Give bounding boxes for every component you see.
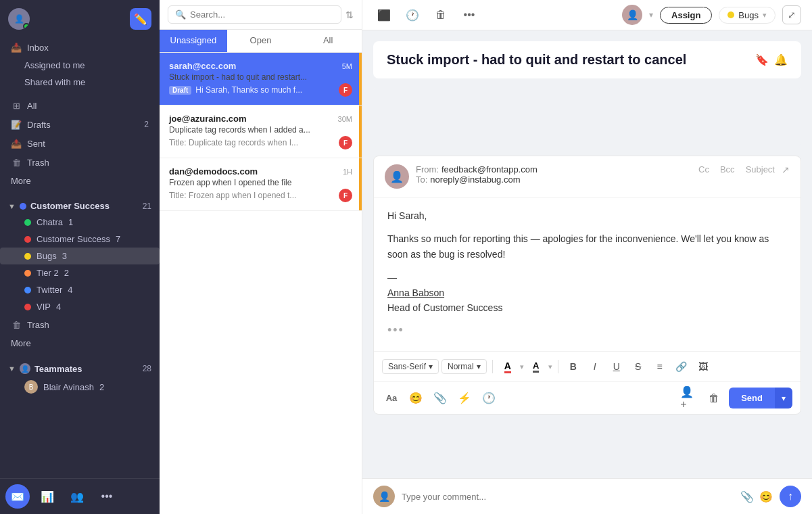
- filter-icon[interactable]: ⇅: [345, 9, 354, 20]
- tab-open[interactable]: Open: [227, 30, 295, 52]
- highlight-color-button[interactable]: A: [527, 357, 546, 376]
- sidebar-item-cs-trash[interactable]: 🗑 Trash: [0, 315, 160, 334]
- mention-icon[interactable]: 🔔: [774, 53, 788, 66]
- bugs-chevron-icon: ▾: [763, 11, 767, 20]
- strikethrough-button[interactable]: S: [629, 357, 648, 376]
- active-bar: [359, 53, 362, 105]
- drafts-icon: 📝: [11, 119, 22, 130]
- divider: [492, 360, 493, 373]
- msg-preview: Title: Frozen app when I opened t...: [169, 191, 335, 200]
- cs-item-dot: [24, 236, 31, 243]
- comment-bar: 👤 📎 😊 ↑: [362, 478, 812, 514]
- assignee-avatar[interactable]: 👤: [622, 5, 642, 25]
- email-subject-bar: Stuck import - had to quit and restart t…: [373, 41, 801, 78]
- comment-attach-icon[interactable]: 📎: [740, 490, 754, 503]
- msg-time: 30M: [338, 115, 352, 123]
- tab-unassigned[interactable]: Unassigned: [160, 30, 227, 52]
- user-avatar[interactable]: 👤: [8, 8, 30, 30]
- email-ellipsis[interactable]: •••: [387, 321, 787, 340]
- color-chevron[interactable]: ▾: [520, 363, 524, 371]
- sidebar-item-more[interactable]: More: [0, 172, 160, 190]
- font-size-select[interactable]: Normal ▾: [441, 359, 487, 374]
- sidebar-item-all[interactable]: ⊞ All: [0, 96, 160, 115]
- analytics-btn[interactable]: 📊: [35, 484, 59, 509]
- sidebar-item-bugs[interactable]: Bugs 3: [0, 248, 160, 264]
- font-size-action-icon[interactable]: Aa: [382, 389, 401, 408]
- bugs-button[interactable]: Bugs ▾: [719, 7, 775, 24]
- sidebar-item-shared-with-me[interactable]: Shared with me: [0, 74, 160, 91]
- email-subject: Stuck import - had to quit and restart t…: [387, 52, 748, 68]
- assignee-chevron[interactable]: ▾: [649, 10, 653, 20]
- subject-button[interactable]: Subject: [746, 164, 775, 174]
- external-link-icon[interactable]: ↗: [782, 164, 790, 175]
- more-bottom-btn[interactable]: •••: [95, 484, 119, 509]
- list-button[interactable]: ≡: [650, 357, 669, 376]
- add-assignee-icon[interactable]: 👤+: [680, 389, 699, 408]
- search-bar[interactable]: 🔍: [168, 5, 341, 24]
- expand-icon[interactable]: ⤢: [782, 5, 801, 24]
- tab-all[interactable]: All: [294, 30, 362, 52]
- sidebar-item-cs-more[interactable]: More: [0, 334, 160, 352]
- sidebar-item-customer-success[interactable]: Customer Success 7: [0, 231, 160, 248]
- text-color-button[interactable]: A: [498, 357, 517, 376]
- from-field: From: feedback@frontapp.com: [416, 164, 692, 174]
- sidebar-item-tier2[interactable]: Tier 2 2: [0, 264, 160, 281]
- template-icon[interactable]: ⚡: [455, 389, 474, 408]
- sidebar-item-sent[interactable]: 📤 Sent: [0, 134, 160, 153]
- bugs-dot: [24, 253, 31, 260]
- comment-emoji-icon[interactable]: 😊: [759, 490, 773, 503]
- compose-avatar: 👤: [385, 164, 409, 189]
- online-indicator: [23, 23, 30, 30]
- assign-button[interactable]: Assign: [660, 7, 712, 24]
- delete-icon[interactable]: 🗑: [430, 4, 452, 26]
- teammates-icon: 👤: [20, 363, 30, 374]
- cc-button[interactable]: Cc: [698, 164, 709, 174]
- search-input[interactable]: [190, 9, 334, 20]
- schedule-icon[interactable]: 🕐: [479, 389, 498, 408]
- sidebar-item-twitter[interactable]: Twitter 4: [0, 281, 160, 298]
- emoji-icon[interactable]: 😊: [406, 389, 425, 408]
- bcc-button[interactable]: Bcc: [720, 164, 735, 174]
- sidebar-item-drafts[interactable]: 📝 Drafts 2: [0, 115, 160, 134]
- underline-button[interactable]: U: [607, 357, 626, 376]
- highlight-chevron[interactable]: ▾: [548, 363, 552, 371]
- compose-button[interactable]: ✏️: [130, 8, 151, 30]
- bookmark-icon[interactable]: 🔖: [755, 53, 769, 66]
- teammates-section: ▼ 👤 Teammates 28 B Blair Avinash 2: [0, 355, 160, 400]
- sidebar-item-blair[interactable]: B Blair Avinash 2: [0, 377, 160, 397]
- main-toolbar: ⬛ 🕐 🗑 ••• 👤 ▾ Assign Bugs ▾ ⤢: [362, 0, 812, 30]
- delete-action-icon[interactable]: 🗑: [704, 389, 723, 408]
- sidebar-item-inbox[interactable]: 📥 Inbox: [0, 38, 160, 57]
- compose-toolbar-icon[interactable]: ⬛: [373, 4, 395, 26]
- sidebar-item-vip[interactable]: VIP 4: [0, 298, 160, 315]
- compose-fields: From: feedback@frontapp.com To: noreply@…: [416, 164, 692, 185]
- message-item[interactable]: joe@azurainc.com 30M Duplicate tag recor…: [160, 106, 362, 158]
- contacts-btn[interactable]: 👥: [65, 484, 89, 509]
- font-family-select[interactable]: Sans-Serif ▾: [382, 359, 439, 374]
- italic-button[interactable]: I: [586, 357, 604, 376]
- inbox-bottom-btn[interactable]: ✉️: [5, 484, 30, 509]
- sidebar-item-assigned-to-me[interactable]: Assigned to me: [0, 57, 160, 74]
- link-button[interactable]: 🔗: [672, 357, 691, 376]
- comment-input[interactable]: [402, 492, 734, 502]
- clock-icon[interactable]: 🕐: [402, 4, 423, 26]
- comment-send-button[interactable]: ↑: [780, 486, 801, 507]
- more-icon[interactable]: •••: [458, 4, 480, 26]
- message-item[interactable]: dan@demodocs.com 1H Frozen app when I op…: [160, 158, 362, 211]
- sidebar-item-trash[interactable]: 🗑 Trash: [0, 153, 160, 172]
- send-dropdown-button[interactable]: ▾: [775, 388, 792, 408]
- teammates-header[interactable]: ▼ 👤 Teammates 28: [0, 358, 160, 377]
- customer-success-header[interactable]: ▼ Customer Success 21: [0, 195, 160, 214]
- send-button[interactable]: Send: [729, 388, 775, 408]
- msg-subject: Frozen app when I opened the file: [169, 178, 352, 187]
- message-item[interactable]: sarah@ccc.com 5M Stuck import - had to q…: [160, 53, 362, 106]
- attachment-icon[interactable]: 📎: [431, 389, 450, 408]
- twitter-dot: [24, 287, 31, 294]
- msg-preview: Hi Sarah, Thanks so much f...: [195, 85, 335, 95]
- email-greeting: Hi Sarah,: [387, 208, 787, 223]
- email-compose: 👤 From: feedback@frontapp.com To: norepl…: [373, 156, 801, 415]
- bold-button[interactable]: B: [564, 357, 583, 376]
- bugs-status-dot: [727, 11, 734, 18]
- sidebar-item-chatra[interactable]: Chatra 1: [0, 214, 160, 231]
- image-button[interactable]: 🖼: [694, 357, 713, 376]
